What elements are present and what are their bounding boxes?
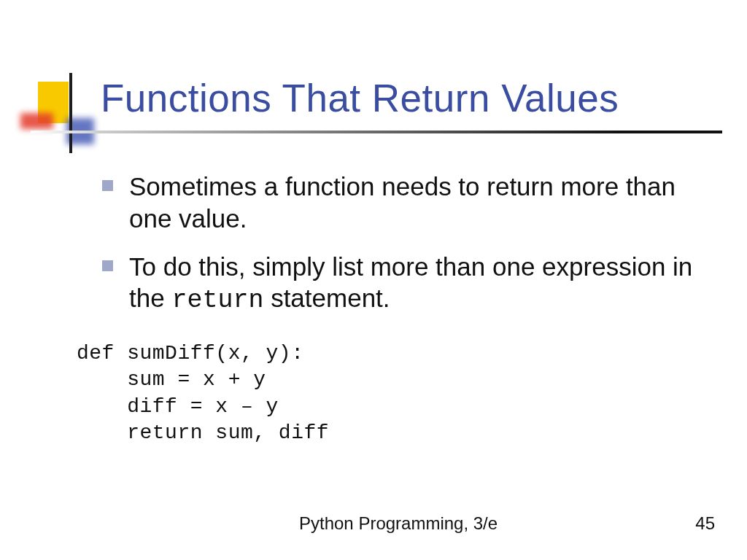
slide-body: Sometimes a function needs to return mor… (102, 171, 700, 333)
slide-title: Functions That Return Values (101, 76, 619, 120)
bullet-text: To do this, simply list more than one ex… (129, 251, 700, 318)
bullet-item: Sometimes a function needs to return mor… (102, 171, 700, 235)
footer-source: Python Programming, 3/e (299, 513, 498, 534)
footer-page-number: 45 (695, 513, 715, 534)
deco-cross-vertical (69, 73, 72, 153)
code-block: def sumDiff(x, y): sum = x + y diff = x … (77, 341, 329, 447)
code-inline: return (171, 286, 263, 315)
deco-square-red (20, 113, 53, 129)
bullet-square-icon (102, 260, 113, 271)
bullet-square-icon (102, 180, 113, 191)
deco-cross-horizontal (31, 131, 722, 133)
slide: Functions That Return Values Sometimes a… (0, 0, 747, 560)
bullet-text: Sometimes a function needs to return mor… (129, 171, 700, 235)
bullet-item: To do this, simply list more than one ex… (102, 251, 700, 318)
